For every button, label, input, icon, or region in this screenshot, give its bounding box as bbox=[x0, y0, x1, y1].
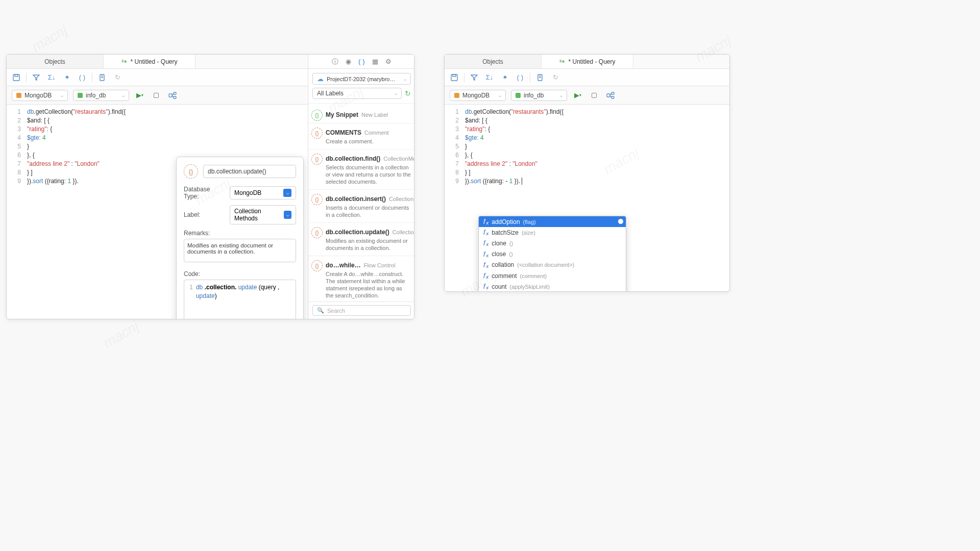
label-select[interactable]: Collection Methods ⌵ bbox=[230, 205, 296, 224]
tab-label: * Untitled - Query bbox=[568, 58, 615, 65]
project-value: ProjectDT-2032 (marybro… bbox=[327, 76, 401, 82]
save-icon[interactable] bbox=[449, 72, 460, 83]
search-input[interactable]: 🔍 Search bbox=[312, 305, 411, 316]
database-select[interactable]: info_db ⌵ bbox=[73, 90, 129, 101]
snippet-search: 🔍 Search bbox=[308, 302, 414, 319]
autocomplete-item[interactable]: ƒxcount (applySkipLimit) bbox=[479, 281, 626, 292]
save-icon[interactable] bbox=[11, 72, 22, 83]
editor-toolbar: Σ↓ ✦ ( ) ↻ bbox=[445, 69, 729, 86]
connection-select[interactable]: MongoDB ⌵ bbox=[450, 90, 506, 101]
code-editor[interactable]: 123456789 db.getCollection("restaurants"… bbox=[445, 105, 729, 291]
sync-icon[interactable]: ↻ bbox=[405, 89, 411, 97]
parens-icon[interactable]: ( ) bbox=[77, 72, 88, 83]
svg-rect-22 bbox=[611, 92, 614, 94]
search-placeholder: Search bbox=[327, 308, 345, 314]
database-select[interactable]: info_db ⌵ bbox=[511, 90, 567, 101]
connection-select[interactable]: MongoDB ⌵ bbox=[12, 90, 68, 101]
magic-icon[interactable]: ✦ bbox=[499, 72, 510, 83]
snippet-item[interactable]: {} do…while…Flow Control Create A do…whi… bbox=[308, 256, 414, 302]
eye-icon[interactable]: ◉ bbox=[346, 58, 351, 65]
db-type-select[interactable]: MongoDB ⌵ bbox=[230, 186, 296, 199]
editor-window-left: Objects * Untitled - Query Σ↓ ✦ ( ) ↻ Mo… bbox=[6, 54, 414, 319]
run-button[interactable]: ▶▾ bbox=[572, 90, 583, 101]
tab-objects[interactable]: Objects bbox=[445, 55, 542, 68]
stop-button[interactable] bbox=[151, 90, 162, 101]
editor-window-right: Objects * Untitled - Query Σ↓ ✦ ( ) ↻ Mo… bbox=[444, 54, 730, 292]
filter-icon[interactable] bbox=[31, 72, 42, 83]
autocomplete-item[interactable]: ƒxclone () bbox=[479, 238, 626, 248]
svg-rect-23 bbox=[611, 96, 614, 98]
snippet-item[interactable]: {} COMMENTSComment Create a comment. bbox=[308, 123, 414, 149]
magic-icon[interactable]: ✦ bbox=[61, 72, 72, 83]
svg-rect-21 bbox=[607, 94, 610, 97]
sort-icon[interactable]: Σ↓ bbox=[484, 72, 495, 83]
snippet-icon: {} bbox=[311, 128, 323, 139]
sort-icon[interactable]: Σ↓ bbox=[46, 72, 57, 83]
database-icon bbox=[516, 93, 521, 98]
info-icon[interactable]: ⓘ bbox=[332, 57, 338, 66]
grid-icon[interactable]: ▦ bbox=[372, 58, 378, 65]
filter-icon[interactable] bbox=[469, 72, 480, 83]
svg-rect-17 bbox=[453, 74, 456, 77]
braces-icon[interactable]: ( ) bbox=[358, 58, 364, 65]
function-icon: ƒx bbox=[483, 239, 488, 247]
database-icon bbox=[78, 93, 83, 98]
refresh-icon[interactable]: ↻ bbox=[112, 72, 123, 83]
chevron-down-icon: ⌵ bbox=[283, 189, 291, 197]
explain-icon[interactable] bbox=[167, 90, 178, 101]
snippet-item[interactable]: {} My SnippetNew Label bbox=[308, 106, 414, 123]
svg-rect-13 bbox=[560, 60, 562, 61]
explain-icon[interactable] bbox=[605, 90, 616, 101]
mongodb-icon bbox=[16, 93, 21, 98]
code-textarea[interactable]: 1db .collection. update (query , update) bbox=[184, 280, 296, 319]
document-icon[interactable] bbox=[96, 72, 108, 83]
function-icon: ƒx bbox=[483, 218, 488, 226]
autocomplete-item[interactable]: ƒxbatchSize (size) bbox=[479, 227, 626, 238]
remarks-textarea[interactable]: Modifies an existing document or documen… bbox=[184, 239, 296, 262]
snippet-list[interactable]: {} My SnippetNew Label {} COMMENTSCommen… bbox=[308, 104, 414, 302]
snippet-item[interactable]: {} db.collection.update()Collection… Mod… bbox=[308, 223, 414, 256]
autocomplete-item[interactable]: ƒxaddOption (flag) bbox=[479, 216, 626, 227]
autocomplete-popup[interactable]: ƒxaddOption (flag) ƒxbatchSize (size) ƒx… bbox=[478, 216, 626, 292]
svg-rect-10 bbox=[174, 96, 176, 98]
label-filter-select[interactable]: All Labels ⌵ bbox=[312, 88, 402, 99]
chevron-down-icon: ⌵ bbox=[61, 93, 63, 98]
project-select[interactable]: ☁ ProjectDT-2032 (marybro… ⌵ bbox=[312, 73, 411, 85]
autocomplete-item[interactable]: ƒxcollation (<collation document>) bbox=[479, 260, 626, 270]
svg-rect-3 bbox=[13, 74, 19, 81]
document-icon[interactable] bbox=[534, 72, 546, 83]
autocomplete-item[interactable]: ƒxclose () bbox=[479, 249, 626, 260]
gear-icon[interactable]: ⚙ bbox=[385, 58, 391, 65]
line-gutter: 123456789 bbox=[7, 105, 25, 319]
snippet-item[interactable]: {} db.collection.insert()Collection… Ins… bbox=[308, 190, 414, 223]
snippet-icon: {} bbox=[311, 154, 323, 165]
parens-icon[interactable]: ( ) bbox=[514, 72, 526, 83]
snippet-edit-dialog: {} Database Type: MongoDB ⌵ Label: Colle… bbox=[176, 157, 304, 319]
label-label: Label: bbox=[184, 211, 226, 218]
snippet-icon: {} bbox=[311, 194, 323, 205]
search-icon: 🔍 bbox=[317, 307, 324, 314]
stop-button[interactable] bbox=[589, 90, 600, 101]
autocomplete-item[interactable]: ƒxcomment (comment) bbox=[479, 270, 626, 281]
code-label: Code: bbox=[184, 270, 296, 278]
function-icon: ƒx bbox=[483, 261, 488, 269]
label-filter-value: All Labels bbox=[317, 90, 344, 97]
database-value: info_db bbox=[524, 92, 544, 99]
snippet-title-input[interactable] bbox=[203, 165, 296, 178]
query-icon bbox=[121, 59, 127, 65]
snippet-item[interactable]: {} db.collection.find()CollectionMet… Se… bbox=[308, 149, 414, 190]
chevron-down-icon: ⌵ bbox=[122, 93, 125, 98]
tab-untitled-query[interactable]: * Untitled - Query bbox=[542, 55, 633, 68]
mongodb-icon bbox=[454, 93, 459, 98]
tab-untitled-query[interactable]: * Untitled - Query bbox=[104, 55, 195, 68]
refresh-icon[interactable]: ↻ bbox=[550, 72, 561, 83]
separator bbox=[464, 73, 464, 82]
tab-objects[interactable]: Objects bbox=[7, 55, 104, 68]
tab-label: Objects bbox=[482, 58, 503, 65]
snippet-icon: {} bbox=[311, 227, 323, 238]
connection-value: MongoDB bbox=[24, 92, 52, 99]
svg-rect-9 bbox=[174, 92, 176, 94]
run-button[interactable]: ▶▾ bbox=[134, 90, 145, 101]
tab-bar: Objects * Untitled - Query bbox=[445, 55, 729, 69]
remarks-label: Remarks: bbox=[184, 230, 296, 237]
